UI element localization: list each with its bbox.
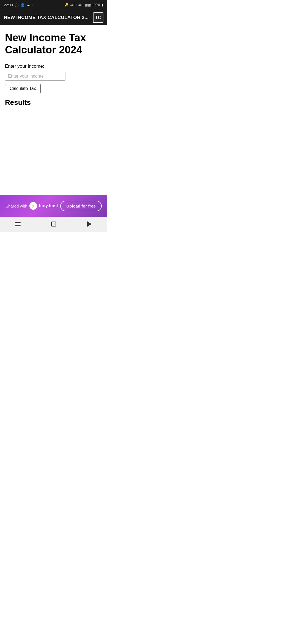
back-nav-button[interactable]	[84, 220, 95, 228]
signal-icon: ▩▩	[85, 3, 91, 7]
status-left: 22:08 ◯ 👤 ☁ •	[4, 3, 33, 7]
income-input-row: Enter your income:	[5, 64, 102, 81]
brand-name: tiiny.host	[39, 203, 58, 208]
dot-icon: •	[32, 3, 33, 7]
app-bar: NEW INCOME TAX CALCULATOR 2... TC	[0, 10, 107, 25]
key-icon: 🔑	[64, 3, 68, 7]
whatsapp-icon: ◯	[15, 3, 19, 7]
lightning-icon: ⚡	[29, 202, 37, 210]
brand-initials: TC	[95, 15, 101, 21]
network-text: VoLTE 4G+	[70, 4, 84, 7]
results-heading: Results	[5, 98, 102, 107]
footer-banner: Shared with ⚡ tiiny.host Upload for free	[0, 195, 107, 217]
home-nav-button[interactable]	[48, 220, 59, 228]
battery-icon: ▮	[101, 3, 103, 7]
app-bar-brand-icon[interactable]: TC	[93, 12, 103, 23]
battery-text: 100%	[92, 3, 100, 7]
avatar-icon: 👤	[20, 3, 25, 7]
shared-section: Shared with ⚡ tiiny.host	[6, 202, 58, 210]
page-title: New Income Tax Calculator 2024	[5, 32, 102, 56]
upload-for-free-button[interactable]: Upload for free	[60, 201, 102, 211]
income-label: Enter your income:	[5, 64, 44, 69]
home-icon	[51, 222, 56, 227]
status-bar: 22:08 ◯ 👤 ☁ • 🔑 VoLTE 4G+ ▩▩ 100% ▮	[0, 0, 107, 10]
shared-with-text: Shared with	[6, 204, 27, 208]
income-input[interactable]	[5, 72, 65, 81]
nav-bar	[0, 217, 107, 232]
app-bar-title: NEW INCOME TAX CALCULATOR 2...	[4, 15, 93, 20]
back-icon	[87, 221, 92, 227]
tiiny-logo: ⚡ tiiny.host	[29, 202, 58, 210]
recents-nav-button[interactable]	[12, 220, 23, 228]
status-right: 🔑 VoLTE 4G+ ▩▩ 100% ▮	[64, 3, 103, 7]
status-time: 22:08	[4, 3, 13, 7]
calculate-tax-button[interactable]: Calculate Tax	[5, 84, 41, 93]
main-content: New Income Tax Calculator 2024 Enter you…	[0, 25, 107, 195]
cloud-icon: ☁	[26, 3, 30, 7]
recents-icon	[15, 222, 21, 226]
